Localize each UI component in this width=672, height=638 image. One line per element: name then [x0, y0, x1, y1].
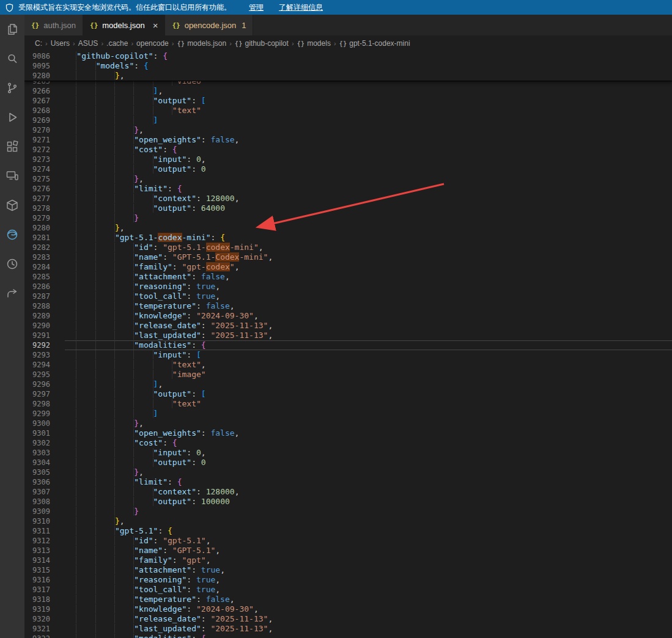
breadcrumb-item-gpt-5.1-codex-mini[interactable]: {}gpt-5.1-codex-mini	[339, 39, 410, 48]
code-text: "last_updated": "2025-11-13",	[57, 624, 273, 634]
activitybar-timeline[interactable]	[0, 249, 24, 279]
code-line[interactable]: 9315 "attachment": true,	[24, 565, 672, 575]
close-icon[interactable]: ×	[153, 21, 158, 30]
code-line[interactable]: 9288 "temperature": false,	[24, 301, 672, 311]
code-line[interactable]: 9312 "id": "gpt-5.1",	[24, 536, 672, 546]
code-line[interactable]: 9280 },	[24, 223, 672, 233]
code-line[interactable]: 9294 "text",	[24, 360, 672, 370]
code-line[interactable]: 9309 }	[24, 507, 672, 516]
code-line[interactable]: 9306 "limit": {	[24, 477, 672, 487]
code-line[interactable]: 9275 },	[24, 174, 672, 184]
code-line[interactable]: 9279 }	[24, 213, 672, 223]
live-share-icon	[5, 286, 20, 301]
activitybar-search[interactable]	[0, 44, 24, 73]
breadcrumb-item-opencode[interactable]: opencode	[136, 39, 169, 48]
code-line[interactable]: 9310 },	[24, 516, 672, 526]
line-number: 9317	[24, 585, 57, 595]
activitybar-live-share[interactable]	[0, 279, 24, 308]
code-line[interactable]: 9290 "release_date": "2025-11-13",	[24, 321, 672, 331]
code-line[interactable]: 9270 },	[24, 125, 672, 135]
tab-models-json[interactable]: {}models.json×	[83, 15, 165, 35]
code-line[interactable]: 9282 "id": "gpt-5.1-codex-mini",	[24, 243, 672, 252]
code-line[interactable]: 9303 "input": 0,	[24, 448, 672, 458]
tab-opencode-json[interactable]: {}opencode.json1	[165, 15, 253, 35]
code-line[interactable]: 9302 "cost": {	[24, 438, 672, 448]
breadcrumb-item-models[interactable]: {}models	[297, 39, 331, 48]
breadcrumb-label: gpt-5.1-codex-mini	[349, 39, 410, 48]
code-line[interactable]: 9308 "output": 100000	[24, 497, 672, 507]
activitybar-run-and-debug[interactable]	[0, 103, 24, 132]
line-number: 9296	[24, 380, 57, 389]
line-number: 9280	[24, 71, 57, 81]
code-line[interactable]: 9314 "family": "gpt",	[24, 556, 672, 565]
code-line[interactable]: 9285 "attachment": false,	[24, 272, 672, 282]
code-line[interactable]: 9317 "tool_call": true,	[24, 585, 672, 595]
code-line[interactable]: 9292 "modalities": {	[24, 340, 672, 350]
code-line[interactable]: 9278 "output": 64000	[24, 204, 672, 213]
activitybar-extensions[interactable]	[0, 132, 24, 161]
code-line[interactable]: 9268 "text"	[24, 106, 672, 116]
banner-learn-more-link[interactable]: 了解详细信息	[279, 2, 323, 13]
code-line[interactable]: 9301 "open_weights": false,	[24, 428, 672, 438]
code-line[interactable]: 9296 ],	[24, 380, 672, 389]
code-line[interactable]: 9313 "name": "GPT-5.1",	[24, 546, 672, 556]
activitybar-explorer[interactable]	[0, 15, 24, 44]
code-line[interactable]: 9307 "context": 128000,	[24, 487, 672, 497]
breadcrumb-label: opencode	[136, 39, 169, 48]
code-line[interactable]: 9322 "modalities": {	[24, 634, 672, 638]
code-line[interactable]: 9269 ]	[24, 116, 672, 125]
breadcrumb-item-C[interactable]: C:	[35, 39, 42, 48]
code-line[interactable]: 9287 "tool_call": true,	[24, 292, 672, 301]
code-line[interactable]: 9300 },	[24, 419, 672, 428]
code-line[interactable]: 9280 },	[24, 71, 672, 81]
code-line[interactable]: 9271 "open_weights": false,	[24, 135, 672, 145]
breadcrumb-item-ASUS[interactable]: ASUS	[78, 39, 98, 48]
tab-auth-json[interactable]: {}auth.json	[24, 15, 83, 35]
breadcrumb-item-github-copilot[interactable]: {}github-copilot	[235, 39, 289, 48]
code-line[interactable]: 9311 "gpt-5.1": {	[24, 526, 672, 536]
breadcrumb-item-Users[interactable]: Users	[51, 39, 70, 48]
code-line[interactable]: 9297 "output": [	[24, 389, 672, 399]
remote-explorer-icon	[5, 169, 20, 183]
code-text: "release_date": "2025-11-13",	[57, 614, 273, 624]
code-line[interactable]: 9277 "context": 128000,	[24, 194, 672, 204]
code-text: "last_updated": "2025-11-13",	[57, 331, 273, 340]
code-line[interactable]: 9286 "reasoning": true,	[24, 282, 672, 292]
activitybar-edge-tools[interactable]	[0, 220, 24, 249]
editor[interactable]: 9086 "github-copilot": {9095 "models": {…	[24, 51, 672, 638]
code-line[interactable]: 9291 "last_updated": "2025-11-13",	[24, 331, 672, 340]
line-number: 9272	[24, 145, 57, 155]
banner-manage-link[interactable]: 管理	[249, 2, 264, 13]
activitybar-containers[interactable]	[0, 191, 24, 220]
breadcrumb-separator: ›	[292, 40, 294, 47]
breadcrumb-separator: ›	[101, 40, 103, 47]
code-line[interactable]: 9316 "reasoning": true,	[24, 575, 672, 585]
code-line[interactable]: 9298 "text"	[24, 399, 672, 409]
code-line[interactable]: 9293 "input": [	[24, 350, 672, 360]
code-line[interactable]: 9321 "last_updated": "2025-11-13",	[24, 624, 672, 634]
code-line[interactable]: 9320 "release_date": "2025-11-13",	[24, 614, 672, 624]
code-line[interactable]: 9295 "image"	[24, 370, 672, 380]
activitybar-source-control[interactable]	[0, 73, 24, 103]
code-line[interactable]: 9272 "cost": {	[24, 145, 672, 155]
code-line[interactable]: 9299 ]	[24, 409, 672, 419]
code-line[interactable]: 9095 "models": {	[24, 61, 672, 71]
code-line[interactable]: 9267 "output": [	[24, 96, 672, 106]
breadcrumb-item-.cache[interactable]: .cache	[106, 39, 128, 48]
code-line[interactable]: 9086 "github-copilot": {	[24, 51, 672, 61]
code-line[interactable]: 9318 "temperature": false,	[24, 595, 672, 604]
code-line[interactable]: 9276 "limit": {	[24, 184, 672, 194]
code-line[interactable]: 9305 },	[24, 468, 672, 477]
code-line[interactable]: 9284 "family": "gpt-codex",	[24, 262, 672, 272]
activitybar-remote-explorer[interactable]	[0, 161, 24, 191]
code-line[interactable]: 9273 "input": 0,	[24, 155, 672, 164]
code-line[interactable]: 9283 "name": "GPT-5.1-Codex-mini",	[24, 252, 672, 262]
code-line[interactable]: 9319 "knowledge": "2024-09-30",	[24, 604, 672, 614]
code-line[interactable]: 9289 "knowledge": "2024-09-30",	[24, 311, 672, 321]
code-line[interactable]: 9266 ],	[24, 86, 672, 96]
code-line[interactable]: 9274 "output": 0	[24, 164, 672, 174]
code-line[interactable]: 9304 "output": 0	[24, 458, 672, 468]
code-line[interactable]: 9281 "gpt-5.1-codex-mini": {	[24, 233, 672, 243]
breadcrumb-item-models.json[interactable]: {}models.json	[177, 39, 226, 48]
line-number: 9280	[24, 223, 57, 233]
